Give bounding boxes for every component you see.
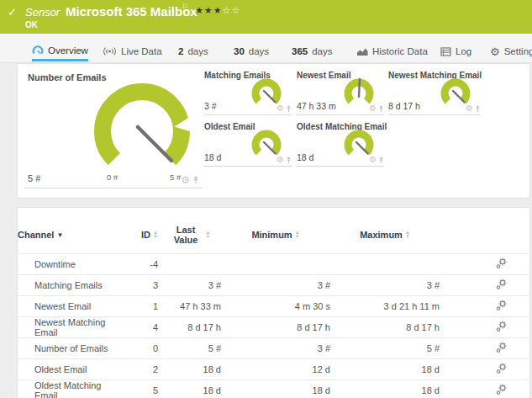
tab-2-days[interactable]: 2 days: [178, 41, 208, 61]
pin-icon[interactable]: [378, 157, 384, 164]
mini-gauge-oldest-matching-email: Oldest Matching Email 18 d ⚙: [297, 122, 384, 167]
channel-minimum-cell: 12 d: [221, 359, 330, 380]
tab-number: 365: [292, 46, 308, 56]
main-gauge-panel: Number of Emails 5 # 0 # 5 # ⚙: [24, 69, 203, 188]
channel-name-cell: Newest Matching Email: [18, 317, 127, 338]
channel-minimum-cell: 3 #: [221, 275, 330, 296]
channel-settings-icon[interactable]: [496, 363, 508, 374]
gauge-scale-max: 5 #: [170, 172, 181, 182]
channel-minimum-cell: 4 m 30 s: [221, 296, 330, 317]
channel-settings-icon[interactable]: [496, 257, 508, 269]
channel-maximum-cell: 18 d: [330, 380, 440, 398]
channel-minimum-cell: 3 #: [221, 338, 330, 359]
channel-last-value-cell: 5 #: [158, 338, 221, 359]
column-header-actions: [440, 220, 529, 254]
tab-label: Historic Data: [372, 46, 428, 56]
channel-minimum-cell: 18 d: [221, 380, 330, 398]
channel-id-cell: 1: [127, 296, 158, 317]
channel-name-cell: Matching Emails: [18, 275, 127, 296]
gauge-needle: [359, 79, 360, 97]
channel-minimum-cell: 8 d 17 h: [221, 317, 330, 338]
tab-label: Log: [456, 46, 471, 56]
mini-gauge-value: 47 h 33 m: [297, 101, 336, 111]
channel-maximum-cell: 18 d: [330, 359, 440, 380]
gauge-icon: [32, 45, 44, 56]
channel-maximum-cell: 3 d 21 h 11 m: [330, 296, 440, 317]
table-row: Downtime -4: [18, 254, 529, 275]
pin-icon[interactable]: [286, 105, 292, 113]
tab-overview[interactable]: Overview: [32, 41, 88, 61]
mini-gauge-value: 18 d: [297, 152, 313, 162]
column-header-last-value[interactable]: Last Value▲▼: [158, 220, 221, 254]
log-list-icon: [440, 47, 451, 56]
channel-maximum-cell: 8 d 17 h: [330, 317, 440, 338]
tab-label: Overview: [48, 45, 88, 56]
sensor-page: ✓ Sensor Microsoft 365 Mailbox ⚐ ★★★☆☆ O…: [0, 0, 532, 398]
column-header-minimum[interactable]: Minimum▲▼: [221, 220, 330, 254]
gauge-needle: [138, 127, 171, 161]
channel-settings-icon[interactable]: [496, 384, 508, 395]
column-label: Maximum: [360, 230, 403, 240]
pin-icon[interactable]: [286, 157, 292, 164]
overview-gauges-card: Number of Emails 5 # 0 # 5 # ⚙ Match: [17, 63, 530, 199]
flag-icon[interactable]: ⚐: [182, 3, 188, 11]
table-row: Matching Emails 3 3 # 3 # 3 #: [18, 275, 529, 296]
tab-number: 30: [234, 46, 245, 56]
mini-gauge-oldest-email: Oldest Email 18 d ⚙: [204, 122, 292, 167]
sort-icon: ▲▼: [295, 231, 300, 240]
channel-name-cell: Newest Email: [18, 296, 127, 317]
channel-last-value-cell: 47 h 33 m: [158, 296, 221, 317]
channel-settings-icon[interactable]: [496, 342, 508, 353]
channel-gear-icon[interactable]: ⚙: [369, 156, 377, 164]
pin-icon[interactable]: [192, 176, 199, 184]
channel-gear-icon[interactable]: ⚙: [277, 104, 284, 113]
column-label: Last Value: [169, 225, 203, 245]
channel-last-value-cell: 3 #: [158, 275, 221, 296]
pin-icon[interactable]: [378, 105, 384, 113]
tab-label: days: [312, 46, 332, 56]
pin-icon[interactable]: [475, 105, 481, 113]
mini-gauge-value: 8 d 17 h: [388, 101, 420, 111]
table-row: Oldest Matching Email 5 18 d 18 d 18 d: [18, 380, 529, 398]
area-chart-icon: [356, 47, 368, 56]
channel-gear-icon[interactable]: ⚙: [277, 156, 284, 164]
column-header-channel[interactable]: Channel ▼: [18, 220, 127, 254]
tab-365-days[interactable]: 365 days: [292, 41, 332, 61]
table-row: Oldest Email 2 18 d 12 d 18 d: [18, 359, 529, 380]
channel-last-value-cell: [158, 254, 221, 275]
table-row: Newest Matching Email 4 8 d 17 h 8 d 17 …: [18, 317, 529, 338]
channel-maximum-cell: 5 #: [330, 338, 440, 359]
mini-gauge-value: 3 #: [204, 101, 217, 111]
column-header-id[interactable]: ID▲▼: [127, 220, 158, 254]
tab-log[interactable]: Log: [440, 41, 471, 61]
channel-maximum-cell: 3 #: [330, 275, 440, 296]
mini-gauge-newest-email: Newest Email 47 h 33 m ⚙: [297, 71, 384, 115]
priority-stars-empty: ☆☆: [223, 5, 241, 15]
gauge-scale-min: 0 #: [107, 172, 118, 182]
gear-icon: ⚙: [490, 46, 500, 57]
channel-settings-icon[interactable]: [496, 279, 508, 290]
channel-id-cell: 0: [127, 338, 158, 359]
mini-gauge-matching-emails: Matching Emails 3 # ⚙: [204, 71, 292, 115]
page-title: Microsoft 365 Mailbox: [66, 4, 198, 19]
column-header-maximum[interactable]: Maximum▲▼: [330, 220, 440, 254]
sort-icon: ▲▼: [206, 231, 211, 240]
channel-gear-icon[interactable]: ⚙: [466, 104, 473, 113]
channel-gear-icon[interactable]: ⚙: [369, 104, 377, 113]
channel-id-cell: 4: [127, 317, 158, 338]
tab-settings[interactable]: ⚙ Settings: [490, 41, 532, 61]
channel-minimum-cell: [221, 254, 330, 275]
priority-stars[interactable]: ★★★☆☆: [195, 5, 240, 16]
tab-historic-data[interactable]: Historic Data: [356, 41, 428, 61]
channel-last-value-cell: 8 d 17 h: [158, 317, 221, 338]
channel-settings-icon[interactable]: [496, 321, 508, 332]
status-ok-check-icon: ✓: [8, 6, 17, 19]
column-label: ID: [141, 230, 150, 240]
sensor-status-bar: ✓ Sensor Microsoft 365 Mailbox ⚐ ★★★☆☆ O…: [0, 0, 532, 34]
priority-stars-filled: ★★★: [195, 5, 223, 15]
tab-live-data[interactable]: Live Data: [103, 41, 162, 61]
channel-id-cell: 3: [127, 275, 158, 296]
channel-gear-icon[interactable]: ⚙: [181, 175, 190, 185]
tab-30-days[interactable]: 30 days: [234, 41, 269, 61]
channel-settings-icon[interactable]: [496, 300, 508, 311]
